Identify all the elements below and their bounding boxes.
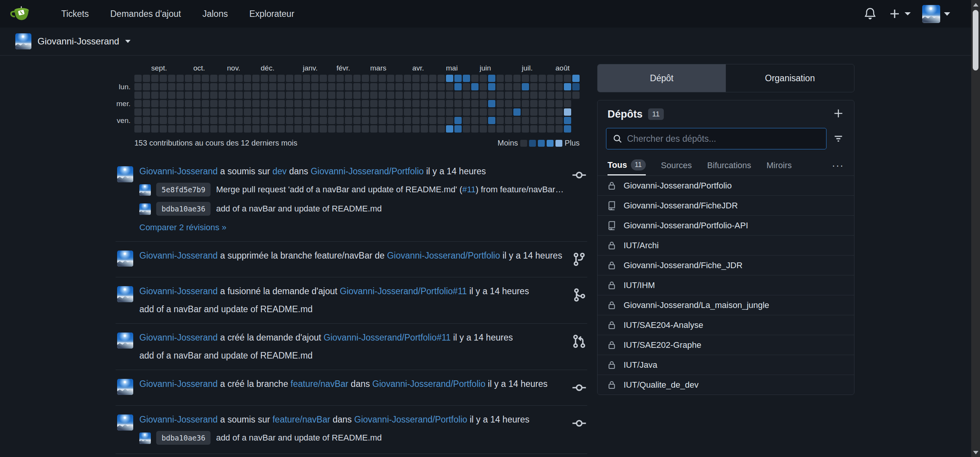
issue-link[interactable]: #11 bbox=[462, 185, 475, 194]
feed-entry: Giovanni-Josserand a créé la branche fea… bbox=[116, 370, 587, 406]
scrollbar-down-arrow[interactable] bbox=[971, 448, 980, 457]
repo-row[interactable]: IUT/Java bbox=[598, 355, 854, 375]
feed-title-link[interactable]: feature/navBar bbox=[273, 414, 330, 424]
repo-row[interactable]: Giovanni-Josserand/Portfolio-API bbox=[598, 215, 854, 235]
context-user-name[interactable]: Giovanni-Josserand bbox=[38, 36, 119, 47]
heatmap-week-column bbox=[429, 75, 436, 133]
nav-item-demandes-d-ajout[interactable]: Demandes d'ajout bbox=[101, 4, 190, 24]
feed-title-link[interactable]: Giovanni-Josserand/Portfolio#11 bbox=[323, 333, 451, 342]
commit-row: 5e8fd5e7b9Merge pull request 'add of a n… bbox=[139, 183, 566, 197]
vertical-scrollbar[interactable] bbox=[971, 0, 980, 457]
add-repo-button[interactable] bbox=[833, 108, 844, 121]
gitea-logo[interactable] bbox=[10, 5, 30, 22]
heatmap-cell bbox=[480, 108, 487, 116]
feed-title-link[interactable]: Giovanni-Josserand/Portfolio bbox=[310, 166, 423, 176]
feed-title-link[interactable]: Giovanni-Josserand/Portfolio#11 bbox=[340, 286, 467, 296]
repo-filter-tab-bifurcations[interactable]: Bifurcations bbox=[707, 156, 751, 175]
heatmap-cell bbox=[193, 92, 201, 99]
feed-title-link[interactable]: Giovanni-Josserand bbox=[139, 166, 218, 176]
repos-title: Dépôts bbox=[608, 108, 643, 120]
actor-avatar[interactable] bbox=[117, 379, 133, 395]
heatmap-cell bbox=[151, 75, 158, 82]
heatmap-cell bbox=[261, 83, 268, 90]
repo-filter-tab-sources[interactable]: Sources bbox=[661, 156, 692, 175]
merge-icon bbox=[572, 288, 587, 314]
heatmap-cell bbox=[345, 117, 352, 124]
nav-item-jalons[interactable]: Jalons bbox=[193, 4, 237, 24]
feed-title-link[interactable]: Giovanni-Josserand bbox=[139, 414, 218, 424]
actor-avatar[interactable] bbox=[117, 251, 133, 267]
feed-title-link[interactable]: Giovanni-Josserand/Portfolio bbox=[387, 251, 500, 260]
committer-avatar[interactable] bbox=[139, 432, 151, 444]
commit-hash-badge[interactable]: 5e8fd5e7b9 bbox=[156, 183, 211, 197]
repo-row[interactable]: IUT/SAE204-Analyse bbox=[598, 315, 854, 335]
commit-hash-badge[interactable]: bdba10ae36 bbox=[156, 431, 211, 445]
compare-commits-link[interactable]: Comparer 2 révisions » bbox=[139, 223, 226, 233]
heatmap-cell bbox=[362, 75, 369, 82]
feed-title-link[interactable]: Giovanni-Josserand bbox=[139, 379, 218, 389]
repo-filter-tab-tous[interactable]: Tous11 bbox=[608, 156, 646, 175]
heatmap-cell bbox=[193, 125, 201, 133]
repo-row[interactable]: Giovanni-Josserand/La_maison_jungle bbox=[598, 295, 854, 315]
heatmap-cell bbox=[278, 75, 285, 82]
actor-avatar[interactable] bbox=[117, 333, 133, 349]
feed-title-link[interactable]: Giovanni-Josserand/Portfolio bbox=[354, 414, 467, 424]
heatmap-cell bbox=[547, 125, 554, 133]
heatmap-cell bbox=[185, 117, 192, 124]
heatmap-cell bbox=[219, 125, 226, 133]
commit-message-text: ) from feature/navBar into ... bbox=[476, 185, 566, 194]
actor-avatar[interactable] bbox=[117, 286, 133, 302]
actor-avatar[interactable] bbox=[117, 166, 133, 182]
nav-item-explorateur[interactable]: Explorateur bbox=[240, 4, 304, 24]
repo-row[interactable]: IUT/IHM bbox=[598, 275, 854, 295]
user-menu-button[interactable] bbox=[919, 2, 953, 26]
repo-row[interactable]: Giovanni-Josserand/FicheJDR bbox=[598, 195, 854, 215]
heatmap-cell bbox=[564, 92, 571, 99]
repo-filter-more-button[interactable]: ··· bbox=[832, 160, 844, 172]
committer-avatar[interactable] bbox=[139, 184, 151, 196]
caret-down-icon[interactable] bbox=[125, 40, 131, 43]
nav-item-tickets[interactable]: Tickets bbox=[52, 4, 98, 24]
repo-row[interactable]: IUT/SAE202-Graphe bbox=[598, 335, 854, 355]
heatmap-day-label: mer. bbox=[116, 100, 131, 108]
heatmap-cell bbox=[210, 83, 217, 90]
repo-filter-button[interactable] bbox=[826, 128, 850, 149]
heatmap-cell bbox=[522, 92, 529, 99]
feed-title-link[interactable]: Giovanni-Josserand bbox=[139, 286, 218, 296]
feed-entry: Giovanni-Josserand a créé la demande d'a… bbox=[116, 324, 587, 370]
repo-row[interactable]: IUT/Archi bbox=[598, 235, 854, 255]
tab-depot[interactable]: Dépôt bbox=[598, 64, 726, 92]
heatmap-cell bbox=[134, 108, 142, 116]
feed-title-link[interactable]: Giovanni-Josserand bbox=[139, 333, 218, 342]
heatmap-cell bbox=[160, 108, 167, 116]
notifications-button[interactable] bbox=[860, 4, 880, 24]
feed-title-link[interactable]: dev bbox=[273, 166, 287, 176]
scrollbar-thumb[interactable] bbox=[973, 10, 978, 70]
heatmap-cell bbox=[202, 75, 209, 82]
heatmap-grid bbox=[134, 75, 580, 133]
lock-icon bbox=[607, 280, 617, 290]
scrollbar-up-arrow[interactable] bbox=[971, 0, 980, 9]
feed-title-link[interactable]: Giovanni-Josserand/Portfolio bbox=[372, 379, 485, 389]
feed-title-link[interactable]: feature/navBar bbox=[291, 379, 348, 389]
repo-row[interactable]: Giovanni-Josserand/Portfolio bbox=[598, 175, 854, 195]
feed-title-link[interactable]: Giovanni-Josserand bbox=[139, 251, 218, 260]
tab-organisation[interactable]: Organisation bbox=[726, 64, 854, 92]
heatmap-cell bbox=[446, 83, 453, 90]
heatmap-cell bbox=[311, 108, 318, 116]
repo-search-input[interactable]: Chercher des dépôts... bbox=[606, 128, 826, 149]
repo-row[interactable]: Giovanni-Josserand/Fiche_JDR bbox=[598, 255, 854, 275]
heatmap-cell bbox=[370, 83, 377, 90]
repo-filter-tab-miroirs[interactable]: Miroirs bbox=[766, 156, 792, 175]
heatmap-cell bbox=[345, 125, 352, 133]
actor-avatar[interactable] bbox=[117, 414, 133, 431]
committer-avatar[interactable] bbox=[139, 203, 151, 215]
context-switcher-bar: Giovanni-Josserand bbox=[0, 28, 980, 56]
commit-hash-badge[interactable]: bdba10ae36 bbox=[156, 202, 211, 216]
create-new-button[interactable] bbox=[885, 5, 914, 23]
feed-entry-body: add of a navBar and update of README.md bbox=[139, 351, 566, 361]
repo-name: Giovanni-Josserand/Fiche_JDR bbox=[624, 260, 743, 270]
feed-entry: Giovanni-Josserand a fusionné la demande… bbox=[116, 277, 587, 324]
repo-row[interactable]: IUT/Qualite_de_dev bbox=[598, 375, 854, 395]
heatmap-cell bbox=[210, 100, 217, 107]
